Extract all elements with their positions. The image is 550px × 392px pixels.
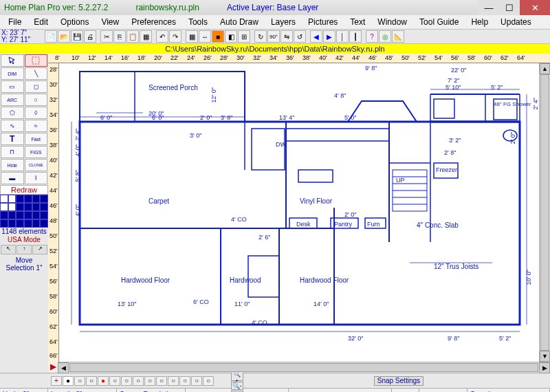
mode-label: USA Mode [0, 236, 48, 244]
toolbar: X: 23' 7"Y: 27' 11" 📄 📂 💾 🖨 ✂ ⎘ 📋 ▦ ↶ ↷ … [0, 29, 550, 44]
zoom-out-icon[interactable]: 🔍- [231, 382, 243, 390]
scrollbar-thumb-h[interactable] [69, 363, 538, 372]
poly-tool[interactable]: ⬠ [1, 107, 24, 119]
nav-ne[interactable]: ↗ [32, 245, 47, 254]
menu-preferences[interactable]: Preferences [126, 16, 182, 28]
hide-tool[interactable]: Hide [1, 159, 24, 171]
menu-window[interactable]: Window [372, 16, 412, 28]
tb-target-icon[interactable]: ◎ [379, 30, 391, 43]
layer-dot[interactable]: ○ [74, 376, 85, 386]
scroll-down-icon[interactable]: ▼ [540, 351, 550, 362]
tb-open-icon[interactable]: 📂 [58, 30, 70, 43]
fast-tool[interactable]: Fast [25, 133, 48, 145]
tb-grid-icon[interactable]: ▦ [186, 30, 198, 43]
menu-view[interactable]: View [96, 16, 124, 28]
nav-n[interactable]: ↑ [16, 245, 32, 254]
scroll-up-icon[interactable]: ▲ [540, 63, 550, 74]
menu-layers[interactable]: Layers [265, 16, 301, 28]
label-co1: 4' CO [231, 216, 247, 223]
tb-arrow-r-icon[interactable]: ▶ [323, 30, 336, 43]
menu-options[interactable]: Options [55, 16, 94, 28]
layer-dot[interactable]: ○ [144, 376, 155, 386]
layer-dot[interactable]: ○ [156, 376, 167, 386]
tb-cut-icon[interactable]: ✂ [100, 30, 113, 43]
tb-calc-icon[interactable]: ▦ [140, 30, 152, 43]
tb-undo-icon[interactable]: ↶ [156, 30, 168, 43]
tb-redo-icon[interactable]: ↷ [169, 30, 182, 43]
tb-paste-icon[interactable]: 📋 [126, 30, 139, 43]
tb-line1-icon[interactable]: │ [336, 30, 349, 43]
redraw-button[interactable]: Redraw [0, 185, 48, 195]
tb-90-icon[interactable]: 90° [267, 30, 280, 43]
minimize-button[interactable]: — [478, 0, 499, 15]
menu-help[interactable]: Help [465, 16, 494, 28]
spline-tool[interactable]: ⌇ [25, 172, 48, 184]
layer-dot[interactable]: ○ [109, 376, 120, 386]
layer-dot[interactable]: ○ [168, 376, 179, 386]
figs-tool[interactable]: FIGS [25, 146, 48, 158]
rect-tool[interactable]: ▭ [1, 80, 24, 93]
scrollbar-thumb[interactable] [540, 74, 549, 351]
scroll-left-icon[interactable]: ◀ [58, 362, 69, 373]
tb-print-icon[interactable]: 🖨 [84, 30, 96, 43]
drawing-canvas[interactable]: Screened Porch Carpet Hardwood Floor Har… [59, 63, 539, 362]
tb-btn[interactable]: ⊞ [238, 30, 250, 43]
paint-tool[interactable]: ▬ [1, 172, 24, 184]
tb-ruler-icon[interactable]: 📐 [392, 30, 404, 43]
vertical-scrollbar[interactable]: ▲ ▼ [539, 63, 550, 362]
close-button[interactable]: ✕ [520, 0, 550, 15]
layer-dot[interactable]: ● [98, 376, 109, 386]
tb-rot-icon[interactable]: ↺ [294, 30, 306, 43]
tb-copy-icon[interactable]: ⎘ [113, 30, 126, 43]
shape-tool[interactable]: ◊ [25, 107, 48, 119]
menu-text[interactable]: Text [344, 16, 371, 28]
menu-tools[interactable]: Tools [183, 16, 213, 28]
curve-tool[interactable]: ∿ [1, 120, 24, 132]
layer-dot[interactable]: ○ [133, 376, 144, 386]
clone-tool[interactable]: CLONE [25, 159, 48, 171]
line-tool[interactable]: ╲ [25, 67, 48, 80]
layer-dot[interactable]: ○ [203, 376, 214, 386]
wave-tool[interactable]: ≈ [25, 120, 48, 132]
menu-file[interactable]: File [3, 16, 27, 28]
menu-pictures[interactable]: Pictures [302, 16, 343, 28]
tb-help-icon[interactable]: ? [366, 30, 378, 43]
tb-flip-icon[interactable]: ⇋ [280, 30, 293, 43]
add-layer-button[interactable]: + [51, 376, 62, 386]
move-selection-label: Move Selection 1" [0, 255, 48, 273]
select-box-tool[interactable] [25, 54, 48, 67]
menu-edit[interactable]: Edit [28, 16, 54, 28]
circle-tool[interactable]: ○ [25, 94, 48, 106]
active-layer: Active Layer: Base Layer [227, 3, 318, 12]
marker-left-icon[interactable]: ▶ [48, 362, 58, 371]
rect2-tool[interactable]: ◻ [25, 80, 48, 93]
color-palette[interactable] [0, 195, 48, 228]
menu-updates[interactable]: Updates [495, 16, 537, 28]
tb-save-icon[interactable]: 💾 [71, 30, 83, 43]
tb-dim-icon[interactable]: ↔ [199, 30, 211, 43]
arc-tool[interactable]: ARC [1, 94, 24, 106]
door-tool[interactable]: ⊓ [1, 146, 24, 158]
layer-dot[interactable]: ○ [191, 376, 202, 386]
tb-arrow-l-icon[interactable]: ◀ [310, 30, 322, 43]
select-tool[interactable] [1, 54, 24, 67]
menu-toolguide[interactable]: Tool Guide [414, 16, 464, 28]
layer-dot[interactable]: ● [63, 376, 74, 386]
tb-rotate-icon[interactable]: ↻ [254, 30, 267, 43]
layer-dot[interactable]: ○ [179, 376, 190, 386]
nav-nw[interactable]: ↖ [1, 245, 16, 254]
scroll-right-icon[interactable]: ▶ [539, 362, 550, 373]
maximize-button[interactable]: ☐ [499, 0, 520, 15]
tb-new-icon[interactable]: 📄 [45, 30, 57, 43]
tb-color-icon[interactable]: ■ [212, 30, 224, 43]
dim-tool[interactable]: DIM [1, 67, 24, 80]
layer-dot[interactable]: ○ [121, 376, 132, 386]
tb-line2-icon[interactable]: ┃ [349, 30, 362, 43]
text-tool[interactable]: T [1, 133, 24, 145]
tb-btn[interactable]: ◧ [225, 30, 237, 43]
label-up: UP [396, 177, 405, 184]
menu-autodraw[interactable]: Auto Draw [214, 16, 264, 28]
layer-dot[interactable]: ○ [86, 376, 97, 386]
horizontal-scrollbar[interactable]: ◀ ▶ [58, 362, 550, 373]
snap-settings-button[interactable]: Snap Settings [374, 376, 424, 386]
